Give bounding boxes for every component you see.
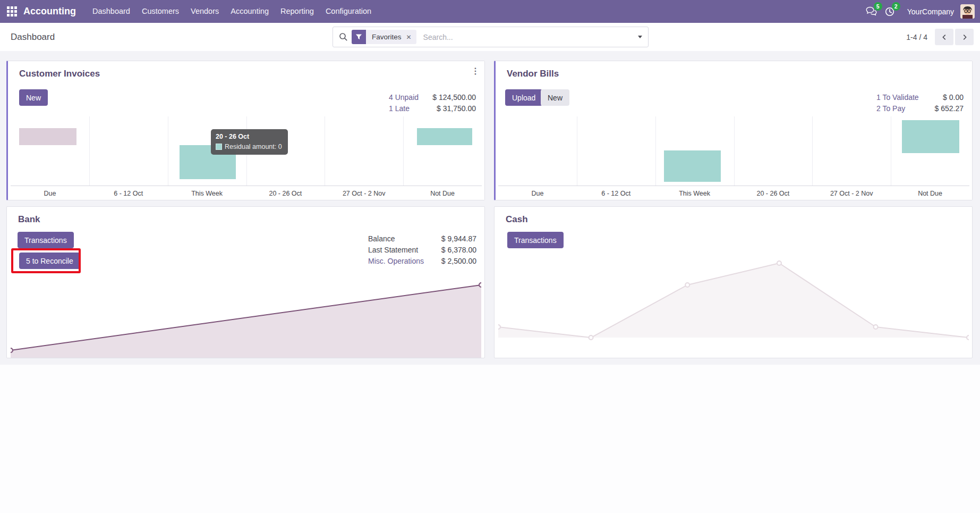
pager-previous-button[interactable] bbox=[935, 29, 953, 45]
vendor-bills-bar-chart bbox=[498, 116, 969, 186]
card-title[interactable]: Cash bbox=[506, 214, 528, 225]
nav-right-section: 5 2 YourCompany bbox=[863, 4, 980, 20]
bank-card: Bank Transactions 5 to Reconcile Balance… bbox=[6, 206, 485, 358]
data-point-marker bbox=[874, 325, 878, 329]
nav-item-reporting[interactable]: Reporting bbox=[275, 0, 320, 23]
apps-grid-icon bbox=[7, 6, 17, 16]
customer-invoices-card: Customer Invoices ⋮ New 4 Unpaid $ 124,5… bbox=[6, 61, 485, 200]
chart-bar-not-due[interactable] bbox=[417, 128, 472, 145]
chart-gridline bbox=[89, 116, 90, 186]
filter-funnel-icon bbox=[352, 30, 366, 44]
last-statement-row: Last Statement $ 6,378.00 bbox=[368, 244, 476, 255]
nav-item-configuration[interactable]: Configuration bbox=[320, 0, 377, 23]
axis-label: 20 - 26 Oct bbox=[734, 187, 812, 200]
to-pay-link[interactable]: 2 To Pay $ 652.27 bbox=[876, 103, 964, 114]
chart-gridline bbox=[403, 116, 404, 186]
axis-label: 6 - 12 Oct bbox=[577, 187, 655, 200]
pager-range: 1-4 / 4 bbox=[906, 33, 927, 41]
data-point-marker bbox=[498, 325, 500, 329]
company-name[interactable]: YourCompany bbox=[907, 7, 954, 16]
balance-row: Balance $ 9,944.87 bbox=[368, 233, 476, 244]
to-validate-link[interactable]: 1 To Validate $ 0.00 bbox=[876, 91, 964, 103]
nav-item-accounting[interactable]: Accounting bbox=[225, 0, 275, 23]
chevron-right-icon bbox=[961, 33, 968, 41]
tooltip-title: 20 - 26 Oct bbox=[216, 133, 282, 140]
activities-badge: 2 bbox=[892, 2, 900, 11]
axis-label: Not Due bbox=[403, 187, 482, 200]
axis-label: This Week bbox=[655, 187, 734, 200]
search-input[interactable] bbox=[422, 32, 632, 42]
cash-card: Cash Transactions bbox=[494, 206, 973, 358]
breadcrumb[interactable]: Dashboard bbox=[11, 23, 55, 51]
nav-item-customers[interactable]: Customers bbox=[136, 0, 185, 23]
axis-label: Not Due bbox=[891, 187, 969, 200]
tooltip-value-row: Residual amount: 0 bbox=[216, 143, 282, 150]
vendor-bills-card: Vendor Bills Upload New 1 To Validate $ … bbox=[494, 61, 973, 200]
control-panel: Dashboard Favorites ✕ 1-4 / 4 bbox=[0, 23, 980, 51]
nav-item-vendors[interactable]: Vendors bbox=[185, 0, 225, 23]
user-avatar[interactable] bbox=[960, 4, 975, 19]
chart-gridline bbox=[325, 116, 325, 186]
axis-label: 6 - 12 Oct bbox=[89, 187, 168, 200]
new-invoice-button[interactable]: New bbox=[19, 89, 48, 106]
card-menu-kebab-icon[interactable]: ⋮ bbox=[470, 66, 481, 76]
customer-invoices-bar-chart: 20 - 26 OctResidual amount: 0 bbox=[11, 116, 482, 186]
card-title[interactable]: Customer Invoices bbox=[19, 69, 100, 79]
bank-stats: Balance $ 9,944.87 Last Statement $ 6,37… bbox=[368, 233, 476, 266]
chart-gridline bbox=[734, 116, 735, 186]
chart-bar-this-week[interactable] bbox=[664, 150, 720, 182]
axis-label: This Week bbox=[168, 187, 246, 200]
data-point-marker bbox=[479, 283, 481, 287]
misc-operations-link[interactable]: Misc. Operations $ 2,500.00 bbox=[368, 255, 476, 266]
tooltip-series-swatch bbox=[216, 144, 222, 150]
late-invoices-link[interactable]: 1 Late $ 31,750.00 bbox=[389, 103, 476, 114]
chart-bar-not-due[interactable] bbox=[902, 120, 959, 154]
chevron-down-icon bbox=[638, 36, 642, 38]
search-bar: Favorites ✕ bbox=[333, 27, 649, 47]
chart-gridline bbox=[812, 116, 813, 186]
tooltip-label: Residual amount: 0 bbox=[225, 143, 282, 150]
reconcile-button[interactable]: 5 to Reconcile bbox=[19, 253, 80, 269]
apps-menu-button[interactable] bbox=[0, 0, 23, 23]
data-point-marker bbox=[967, 335, 969, 340]
pager: 1-4 / 4 bbox=[906, 23, 974, 51]
cash-transactions-button[interactable]: Transactions bbox=[507, 232, 564, 248]
search-icon bbox=[339, 32, 348, 41]
axis-label: 20 - 26 Oct bbox=[246, 187, 325, 200]
bank-line-chart bbox=[11, 250, 481, 358]
card-title[interactable]: Bank bbox=[18, 214, 40, 225]
chart-tooltip: 20 - 26 OctResidual amount: 0 bbox=[211, 129, 288, 155]
chart-gridline bbox=[168, 116, 168, 186]
line-chart-svg bbox=[498, 250, 969, 358]
unpaid-invoices-link[interactable]: 4 Unpaid $ 124,500.00 bbox=[389, 91, 476, 103]
chart-gridline bbox=[891, 116, 891, 186]
chart-gridline bbox=[655, 116, 656, 186]
data-point-marker bbox=[777, 261, 781, 265]
customer-invoices-axis-labels: Due6 - 12 OctThis Week20 - 26 Oct27 Oct … bbox=[11, 187, 482, 200]
search-filter-tag: Favorites ✕ bbox=[352, 30, 416, 44]
new-bill-button[interactable]: New bbox=[541, 89, 569, 106]
card-title[interactable]: Vendor Bills bbox=[507, 69, 559, 79]
filter-remove-icon[interactable]: ✕ bbox=[405, 33, 416, 41]
axis-label: 27 Oct - 2 Nov bbox=[325, 187, 403, 200]
app-name: Accounting bbox=[23, 6, 76, 17]
axis-label: 27 Oct - 2 Nov bbox=[812, 187, 891, 200]
vendor-bills-axis-labels: Due6 - 12 OctThis Week20 - 26 Oct27 Oct … bbox=[498, 187, 969, 200]
axis-label: Due bbox=[11, 187, 89, 200]
data-point-marker bbox=[685, 283, 689, 287]
activities-button[interactable]: 2 bbox=[881, 4, 899, 20]
chevron-left-icon bbox=[941, 33, 948, 41]
nav-item-dashboard[interactable]: Dashboard bbox=[87, 0, 136, 23]
invoice-stats: 4 Unpaid $ 124,500.00 1 Late $ 31,750.00 bbox=[389, 91, 476, 114]
search-options-toggle[interactable] bbox=[632, 27, 648, 47]
chart-bar-due[interactable] bbox=[19, 128, 76, 145]
avatar-image bbox=[960, 4, 975, 19]
data-point-marker bbox=[11, 348, 13, 352]
filter-tag-label: Favorites bbox=[366, 33, 405, 41]
data-point-marker bbox=[589, 335, 593, 340]
axis-label: Due bbox=[498, 187, 577, 200]
pager-next-button[interactable] bbox=[955, 29, 974, 45]
upload-bill-button[interactable]: Upload bbox=[505, 89, 542, 106]
bank-transactions-button[interactable]: Transactions bbox=[18, 232, 74, 248]
messages-button[interactable]: 5 bbox=[863, 4, 881, 20]
